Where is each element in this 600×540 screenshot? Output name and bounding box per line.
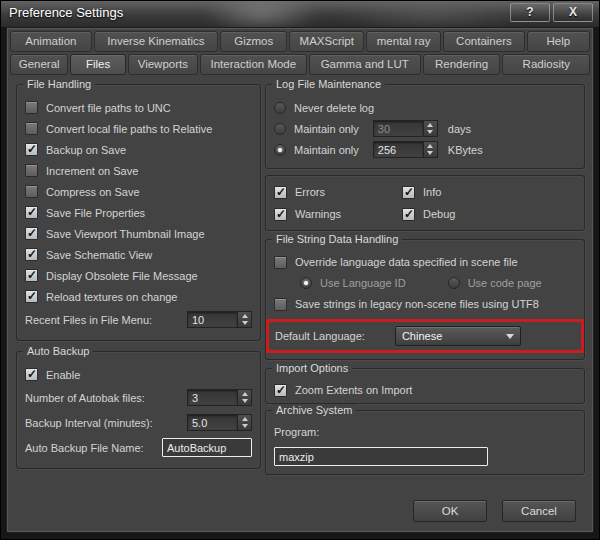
option-label: Save strings in legacy non-scene files u… (295, 298, 539, 310)
checkbox-increment-on-save[interactable] (25, 164, 38, 177)
radio-use-code-page[interactable] (448, 277, 460, 289)
option-row: Enable (25, 364, 252, 385)
spinner-up-icon[interactable] (424, 142, 437, 150)
autobak-files-input[interactable] (187, 389, 237, 406)
radio-use-language-id[interactable] (300, 277, 312, 289)
option-row: Save File Properties (25, 202, 252, 223)
option-label: Save File Properties (46, 207, 145, 219)
option-label: Compress on Save (46, 186, 140, 198)
option-label: Warnings (295, 208, 341, 220)
spinner-down-icon[interactable] (238, 398, 251, 406)
checkbox-reload-textures[interactable] (25, 290, 38, 303)
checkbox-compress-on-save[interactable] (25, 185, 38, 198)
close-icon[interactable]: X (553, 3, 593, 22)
unit-label: days (448, 123, 471, 135)
spinner-down-icon[interactable] (424, 150, 437, 158)
checkbox-convert-unc[interactable] (25, 101, 38, 114)
autobak-files-label: Number of Autobak files: (25, 392, 145, 404)
log-levels-box: Errors Info Warnings Debug (265, 175, 585, 231)
left-column: File Handling Convert file paths to UNC … (16, 84, 261, 479)
backup-interval-spinner (187, 414, 252, 431)
default-language-dropdown[interactable]: Chinese (395, 326, 521, 346)
checkbox-debug[interactable] (402, 208, 415, 221)
tab-files[interactable]: Files (70, 54, 125, 75)
checkbox-convert-relative[interactable] (25, 122, 38, 135)
option-row: Errors (274, 183, 402, 201)
tab-rendering[interactable]: Rendering (423, 54, 501, 75)
checkbox-utf8[interactable] (274, 298, 287, 311)
dialog-body: Animation Inverse Kinematics Gizmos MAXS… (6, 27, 594, 533)
backup-filename-row: Auto Backup File Name: (25, 435, 252, 460)
tab-gamma-and-lut[interactable]: Gamma and LUT (309, 54, 421, 75)
option-label: Backup on Save (46, 144, 126, 156)
checkbox-errors[interactable] (274, 186, 287, 199)
radio-maintain-days[interactable] (274, 123, 286, 135)
right-column: Log File Maintenance Never delete log Ma… (265, 84, 585, 485)
option-row: Convert local file paths to Relative (25, 118, 252, 139)
tab-help[interactable]: Help (527, 31, 590, 52)
tab-interaction-mode[interactable]: Interaction Mode (200, 54, 307, 75)
titlebar-glass-decoration (201, 1, 321, 27)
checkbox-override-language[interactable] (274, 256, 287, 269)
radio-never-delete-log[interactable] (274, 102, 286, 114)
tab-viewports[interactable]: Viewports (128, 54, 198, 75)
option-row: Debug (402, 205, 576, 223)
spinner-down-icon[interactable] (238, 423, 251, 431)
option-label: Save Schematic View (46, 249, 152, 261)
ok-button[interactable]: OK (413, 500, 487, 522)
checkbox-info[interactable] (402, 186, 415, 199)
spinner-buttons[interactable] (237, 414, 252, 431)
option-row: Override language data specified in scen… (274, 252, 576, 272)
backup-filename-input[interactable] (162, 438, 252, 457)
checkbox-save-schematic-view[interactable] (25, 248, 38, 261)
spinner-up-icon[interactable] (424, 121, 437, 129)
group-title: File String Data Handling (272, 233, 402, 245)
option-label: Zoom Extents on Import (295, 384, 412, 396)
spinner-down-icon[interactable] (238, 320, 251, 328)
checkbox-zoom-extents[interactable] (274, 384, 287, 397)
checkbox-autobackup-enable[interactable] (25, 368, 38, 381)
option-row: Maintain only KBytes (274, 139, 576, 160)
group-title: Log File Maintenance (272, 78, 385, 90)
tab-mental-ray[interactable]: mental ray (366, 31, 441, 52)
spinner-up-icon[interactable] (238, 390, 251, 398)
tab-general[interactable]: General (10, 54, 68, 75)
checkbox-save-viewport-thumbnail[interactable] (25, 227, 38, 240)
tab-row-2: General Files Viewports Interaction Mode… (10, 54, 590, 75)
cancel-button[interactable]: Cancel (502, 500, 576, 522)
tab-animation[interactable]: Animation (10, 31, 92, 52)
spinner-down-icon[interactable] (424, 129, 437, 137)
checkbox-save-file-properties[interactable] (25, 206, 38, 219)
option-row: Compress on Save (25, 181, 252, 202)
spinner-buttons[interactable] (237, 389, 252, 406)
spinner-buttons[interactable] (423, 141, 438, 158)
tab-gizmos[interactable]: Gizmos (220, 31, 287, 52)
spinner-buttons[interactable] (237, 311, 252, 328)
maintain-kbytes-input[interactable] (373, 141, 423, 158)
help-icon[interactable]: ? (510, 3, 550, 22)
option-row: Never delete log (274, 97, 576, 118)
tab-maxscript[interactable]: MAXScript (289, 31, 364, 52)
tab-containers[interactable]: Containers (443, 31, 525, 52)
checkbox-warnings[interactable] (274, 208, 287, 221)
archive-system-group: Archive System Program: (265, 410, 585, 475)
radio-maintain-kbytes[interactable] (274, 144, 286, 156)
recent-files-input[interactable] (187, 311, 237, 328)
checkbox-display-obsolete-message[interactable] (25, 269, 38, 282)
maintain-days-input[interactable] (373, 120, 423, 137)
backup-interval-input[interactable] (187, 414, 237, 431)
tab-inverse-kinematics[interactable]: Inverse Kinematics (94, 31, 218, 52)
spinner-up-icon[interactable] (238, 415, 251, 423)
checkbox-backup-on-save[interactable] (25, 143, 38, 156)
archive-program-input[interactable] (274, 447, 488, 466)
option-row: Save strings in legacy non-scene files u… (274, 294, 576, 314)
default-language-label: Default Language: (275, 330, 365, 342)
tab-radiosity[interactable]: Radiosity (502, 54, 590, 75)
option-row: Maintain only days (274, 118, 576, 139)
option-label: Increment on Save (46, 165, 138, 177)
spinner-up-icon[interactable] (238, 312, 251, 320)
tab-bar: Animation Inverse Kinematics Gizmos MAXS… (10, 31, 590, 75)
import-options-group: Import Options Zoom Extents on Import (265, 368, 585, 404)
option-label: Maintain only (294, 123, 359, 135)
spinner-buttons[interactable] (423, 120, 438, 137)
